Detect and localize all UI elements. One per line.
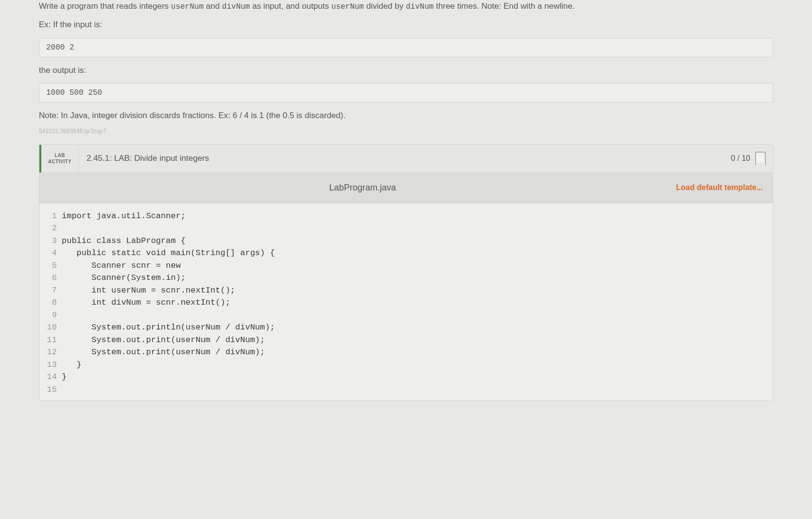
code-line: 12 System.out.print(userNum / divNum); [39,346,773,359]
code-content: System.out.println(userNum / divNum); [62,321,275,334]
code-line: 2 [39,222,773,235]
badge-line: ACTIVITY [48,158,71,165]
badge-line: LAB [54,152,65,158]
code-line: 11 System.out.print(userNum / divNum); [39,334,773,346]
example-input-box: 2000 2 [39,38,773,57]
line-number: 3 [39,235,62,247]
note-text: Note: In Java, integer division discards… [39,109,773,122]
code-inline: divNum [406,2,434,11]
prompt-text-fragment: divided by [364,1,406,11]
code-line: 1import java.util.Scanner; [39,210,773,223]
watermark-text: 541022.3993546.qx3zqy7 [39,128,773,135]
line-number: 11 [39,334,62,346]
code-line: 8 int divNum = scnr.nextInt(); [39,296,773,309]
prompt-text-fragment: Write a program that reads integers [39,1,171,11]
line-number: 13 [39,359,62,371]
score-area: 0 / 10 [724,145,773,173]
editor-header: LabProgram.java Load default template... [39,173,773,203]
code-content: public class LabProgram { [62,235,186,247]
line-number: 10 [39,321,62,334]
code-content: Scanner(System.in); [62,272,186,284]
code-inline: divNum [222,2,250,11]
code-line: 15 [39,383,773,396]
code-line: 5 Scanner scnr = new [39,260,773,272]
code-line: 7 int userNum = scnr.nextInt(); [39,284,773,297]
code-line: 14} [39,371,773,383]
example-intro: Ex: If the input is: [39,18,773,31]
code-content: System.out.print(userNum / divNum); [62,346,265,359]
line-number: 7 [39,284,62,297]
load-default-template-link[interactable]: Load default template... [676,183,763,192]
output-intro: the output is: [39,64,773,77]
lab-activity-badge: LAB ACTIVITY [39,145,79,173]
code-content: public static void main(String[] args) { [62,247,275,260]
code-line: 3public class LabProgram { [39,235,773,247]
prompt-text-fragment: as input, and outputs [250,1,331,11]
filename-label: LabProgram.java [49,183,676,193]
activity-title: 2.45.1: LAB: Divide input integers [79,145,724,173]
prompt-paragraph-1: Write a program that reads integers user… [39,0,773,13]
code-line: 9 [39,309,773,322]
code-content: import java.util.Scanner; [62,210,186,223]
code-line: 13 } [39,359,773,371]
code-content: int userNum = scnr.nextInt(); [62,284,235,297]
line-number: 6 [39,272,62,284]
line-number: 15 [39,383,62,396]
code-content: System.out.print(userNum / divNum); [62,334,265,346]
code-line: 10 System.out.println(userNum / divNum); [39,321,773,334]
prompt-text-fragment: three times. Note: End with a newline. [434,1,575,11]
line-number: 1 [39,210,62,223]
bookmark-icon[interactable] [755,152,766,165]
code-line: 6 Scanner(System.in); [39,272,773,284]
line-number: 9 [39,309,62,322]
line-number: 14 [39,371,62,383]
code-content: Scanner scnr = new [62,260,181,272]
lab-activity-card: LAB ACTIVITY 2.45.1: LAB: Divide input i… [39,144,773,401]
line-number: 5 [39,260,62,272]
code-content: int divNum = scnr.nextInt(); [62,296,230,309]
line-number: 2 [39,222,62,235]
code-content: } [62,359,82,371]
line-number: 12 [39,346,62,359]
code-line: 4 public static void main(String[] args)… [39,247,773,260]
code-inline: userNum [171,2,204,11]
activity-header: LAB ACTIVITY 2.45.1: LAB: Divide input i… [39,145,773,173]
example-output-box: 1000 500 250 [39,83,773,103]
code-editor[interactable]: 1import java.util.Scanner; 2 3public cla… [39,203,773,401]
line-number: 4 [39,247,62,260]
prompt-text-fragment: and [204,1,222,11]
code-content: } [62,371,67,383]
line-number: 8 [39,296,62,309]
score-text: 0 / 10 [731,154,750,163]
code-inline: userNum [331,2,364,11]
